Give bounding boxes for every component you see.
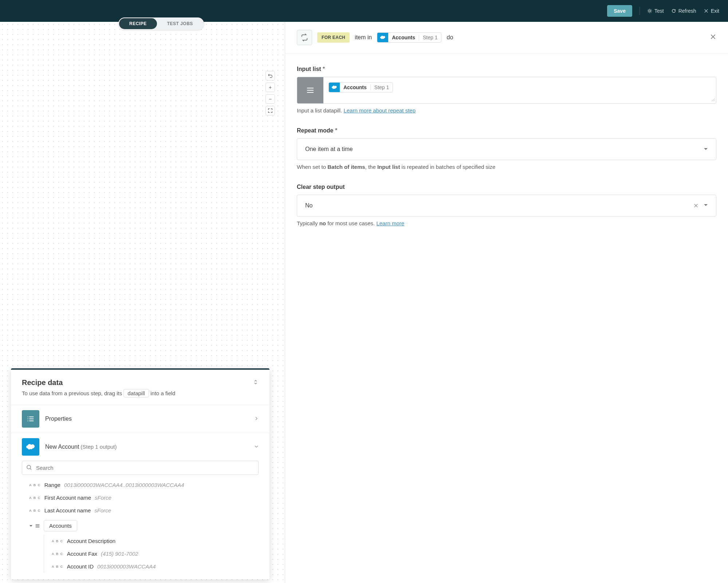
input-list-field[interactable]: Accounts Step 1 [297, 77, 716, 104]
field-type-handle [297, 77, 323, 103]
do-text: do [446, 34, 453, 41]
main-container: + − Recipe data To use data from a previ… [0, 22, 728, 583]
header-datapill[interactable]: Accounts Step 1 [377, 32, 441, 43]
zoom-fit-button[interactable] [265, 106, 275, 115]
canvas-area[interactable]: + − Recipe data To use data from a previ… [0, 22, 285, 583]
help-post: into a field [150, 390, 175, 396]
properties-label: Properties [45, 416, 72, 422]
repeat-mode-label: Repeat mode [297, 127, 716, 134]
collapse-toggle[interactable] [253, 379, 259, 386]
salesforce-icon [377, 33, 388, 42]
tree-label: Last Account name [44, 507, 91, 513]
tree-item-account-fax[interactable]: A B C Account Fax (415) 901-7002 [29, 547, 259, 560]
item-in-text: item in [355, 34, 372, 41]
datapill-chip: datapill [123, 389, 149, 397]
hint-text: Input a list datapill. [297, 107, 343, 114]
learn-more-link[interactable]: Learn more about repeat step [343, 107, 416, 114]
input-list-hint: Input a list datapill. Learn more about … [297, 107, 716, 114]
tree-sample: (415) 901-7002 [101, 551, 138, 557]
close-button[interactable] [710, 33, 716, 42]
chevron-down-icon [254, 444, 259, 450]
pill-label: Accounts [388, 33, 419, 42]
close-icon [710, 33, 716, 40]
tree-sample: 0013i000003WACCAA4..0013i000003WACCAA4 [64, 482, 184, 488]
refresh-label: Refresh [678, 8, 696, 14]
caret-down-icon [704, 147, 708, 151]
hint-b2: Input list [377, 164, 400, 170]
svg-point-1 [27, 465, 31, 469]
resize-handle[interactable] [712, 97, 715, 103]
tree-item-first-account[interactable]: A B C First Account name sForce [29, 491, 259, 504]
hint-post: is repeated in batches of specified size [400, 164, 495, 170]
list-icon [306, 86, 315, 95]
hint-post: for most use cases. [326, 220, 376, 226]
pill-step: Step 1 [371, 83, 393, 92]
tree-label: First Account name [44, 495, 91, 501]
tree-label: Account Fax [67, 551, 97, 557]
clear-output-group: Clear step output No Typically no for mo… [297, 184, 716, 226]
undo-button[interactable] [265, 71, 275, 80]
clear-output-label: Clear step output [297, 184, 716, 190]
repeat-mode-select[interactable]: One item at a time [297, 138, 716, 160]
tree-label: Account Description [67, 538, 115, 544]
properties-icon [22, 410, 39, 428]
test-button[interactable]: Test [647, 8, 664, 14]
tree-item-accounts-list[interactable]: Accounts [29, 517, 259, 535]
undo-icon [268, 73, 273, 78]
step-icon [297, 30, 312, 45]
new-account-sub: (Step 1 output) [80, 444, 117, 450]
hint-pre: Typically [297, 220, 319, 226]
tree-item-last-account[interactable]: A B C Last Account name sForce [29, 504, 259, 517]
search-icon [26, 464, 32, 471]
list-icon [27, 415, 35, 423]
recipe-data-panel: Recipe data To use data from a previous … [11, 368, 269, 579]
clear-icon[interactable] [693, 203, 699, 208]
for-each-badge: FOR EACH [317, 32, 350, 43]
tree-item-account-id[interactable]: A B C Account ID 0013i000003WACCAA4 [29, 560, 259, 573]
new-account-label: New Account [45, 444, 79, 450]
caret-down-icon [29, 524, 33, 528]
input-list-content[interactable]: Accounts Step 1 [323, 77, 716, 103]
abc-badge: A B C [52, 565, 63, 568]
input-list-group: Input list Accounts Step 1 [297, 66, 716, 114]
tree-item-range[interactable]: A B C Range 0013i000003WACCAA4..0013i000… [29, 479, 259, 491]
clear-output-hint: Typically no for most use cases. Learn m… [297, 220, 716, 226]
properties-row[interactable]: Properties [11, 405, 269, 433]
learn-more-link[interactable]: Learn more [376, 220, 404, 226]
chevron-right-icon [254, 416, 259, 422]
clear-output-select[interactable]: No [297, 195, 716, 217]
tree-toggle[interactable] [29, 523, 40, 528]
fit-icon [268, 108, 273, 113]
save-button[interactable]: Save [607, 5, 632, 17]
input-datapill[interactable]: Accounts Step 1 [328, 82, 393, 92]
abc-badge: A B C [29, 509, 41, 512]
repeat-icon [300, 33, 308, 41]
zoom-out-button[interactable]: − [265, 94, 275, 104]
config-body: Input list Accounts Step 1 [285, 53, 728, 253]
pill-label: Accounts [340, 83, 370, 92]
repeat-mode-value: One item at a time [305, 146, 353, 152]
abc-badge: A B C [29, 496, 41, 500]
tree-label: Range [44, 482, 60, 488]
accounts-chip[interactable]: Accounts [44, 520, 77, 531]
svg-point-0 [649, 10, 650, 12]
tab-recipe[interactable]: RECIPE [119, 18, 157, 29]
zoom-in-button[interactable]: + [265, 83, 275, 92]
refresh-icon [671, 8, 676, 13]
hint-pre: When set to [297, 164, 327, 170]
topbar: Save Test Refresh Exit [0, 0, 728, 22]
exit-button[interactable]: Exit [704, 8, 719, 14]
data-tree: A B C Range 0013i000003WACCAA4..0013i000… [11, 479, 269, 579]
repeat-mode-hint: When set to Batch of items, the Input li… [297, 164, 716, 170]
tab-test-jobs[interactable]: TEST JOBS [157, 18, 203, 29]
exit-label: Exit [711, 8, 719, 14]
search-input[interactable] [22, 461, 259, 475]
refresh-button[interactable]: Refresh [671, 8, 696, 14]
search-container [22, 461, 259, 475]
recipe-data-list: Properties New Account (Step 1 output) [11, 405, 269, 579]
help-pre: To use data from a previous step, drag i… [22, 390, 123, 396]
tree-item-account-desc[interactable]: A B C Account Description [29, 535, 259, 547]
repeat-mode-group: Repeat mode One item at a time When set … [297, 127, 716, 170]
new-account-row[interactable]: New Account (Step 1 output) [11, 433, 269, 461]
recipe-data-help: To use data from a previous step, drag i… [22, 389, 259, 397]
